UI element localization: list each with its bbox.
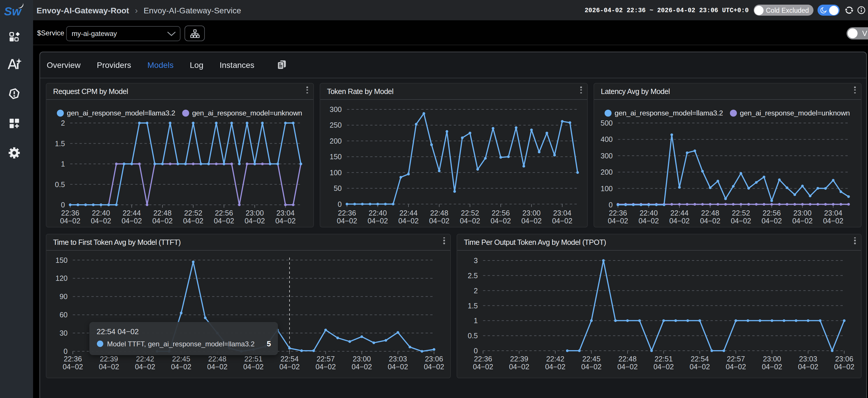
svg-text:23:00: 23:00: [352, 355, 371, 363]
svg-text:22:36: 22:36: [474, 355, 492, 363]
svg-text:50: 50: [333, 184, 341, 192]
svg-text:04−02: 04−02: [183, 217, 203, 225]
svg-text:04−02: 04−02: [134, 362, 155, 370]
svg-text:04−02: 04−02: [60, 217, 80, 225]
svg-text:22:36: 22:36: [338, 209, 356, 217]
svg-text:04−02: 04−02: [490, 217, 510, 225]
svg-text:22:48: 22:48: [208, 355, 226, 363]
svg-text:500: 500: [600, 119, 612, 127]
svg-text:200: 200: [600, 168, 612, 176]
svg-text:04−02: 04−02: [545, 362, 565, 370]
svg-text:23:06: 23:06: [835, 355, 853, 363]
svg-text:22:44: 22:44: [670, 209, 688, 217]
svg-text:04−02: 04−02: [315, 362, 335, 370]
svg-text:04−02: 04−02: [725, 362, 746, 370]
svg-text:04−02: 04−02: [214, 217, 234, 225]
svg-text:04−02: 04−02: [761, 217, 781, 225]
svg-text:04−02: 04−02: [762, 362, 782, 370]
svg-text:22:56: 22:56: [215, 209, 233, 217]
svg-text:100: 100: [329, 169, 341, 177]
svg-text:300: 300: [600, 152, 612, 160]
svg-text:04−02: 04−02: [521, 217, 541, 225]
svg-text:22:48: 22:48: [701, 209, 719, 217]
svg-text:04−02: 04−02: [62, 362, 83, 370]
svg-text:04−02: 04−02: [617, 362, 638, 370]
svg-text:04−02: 04−02: [98, 362, 119, 370]
svg-text:04−02: 04−02: [581, 362, 601, 370]
svg-text:22:45: 22:45: [172, 355, 190, 363]
svg-text:04−02: 04−02: [367, 217, 388, 225]
svg-text:22:45: 22:45: [582, 355, 600, 363]
svg-text:200: 200: [329, 137, 341, 145]
svg-text:3: 3: [473, 256, 477, 264]
svg-text:150: 150: [55, 256, 67, 264]
svg-text:04−02: 04−02: [798, 362, 818, 370]
svg-text:22:51: 22:51: [244, 355, 262, 363]
svg-text:04−02: 04−02: [700, 217, 720, 225]
svg-text:22:40: 22:40: [92, 209, 110, 217]
svg-text:22:54: 22:54: [690, 355, 709, 363]
svg-text:22:52: 22:52: [461, 209, 479, 217]
svg-text:1.5: 1.5: [55, 140, 65, 148]
svg-text:22:54: 22:54: [280, 355, 299, 363]
svg-text:04−02: 04−02: [653, 362, 673, 370]
svg-text:04−02: 04−02: [243, 362, 263, 370]
svg-text:22:40: 22:40: [640, 209, 658, 217]
svg-text:22:36: 22:36: [64, 355, 82, 363]
svg-text:22:44: 22:44: [399, 209, 417, 217]
svg-text:23:04: 23:04: [824, 209, 842, 217]
svg-text:04−02: 04−02: [508, 362, 529, 370]
svg-text:22:36: 22:36: [61, 209, 79, 217]
svg-text:04−02: 04−02: [424, 362, 444, 370]
svg-text:04−02: 04−02: [279, 362, 300, 370]
svg-text:04−02: 04−02: [460, 217, 480, 225]
svg-text:22:48: 22:48: [430, 209, 448, 217]
svg-text:22:42: 22:42: [136, 355, 154, 363]
svg-text:0: 0: [337, 200, 341, 208]
svg-text:04−02: 04−02: [473, 362, 493, 370]
svg-text:22:48: 22:48: [618, 355, 637, 363]
svg-text:22:57: 22:57: [726, 355, 745, 363]
svg-text:04−02: 04−02: [170, 362, 191, 370]
svg-text:0: 0: [63, 347, 67, 355]
svg-text:04−02: 04−02: [351, 362, 372, 370]
svg-text:22:44: 22:44: [122, 209, 141, 217]
svg-text:30: 30: [59, 329, 67, 337]
svg-text:2.5: 2.5: [467, 271, 477, 279]
svg-text:2: 2: [61, 119, 65, 127]
svg-text:04−02: 04−02: [638, 217, 658, 225]
svg-text:150: 150: [329, 153, 341, 161]
svg-text:04−02: 04−02: [207, 362, 227, 370]
svg-text:22:56: 22:56: [491, 209, 510, 217]
svg-text:23:00: 23:00: [763, 355, 781, 363]
svg-text:100: 100: [600, 184, 612, 193]
svg-text:22:51: 22:51: [654, 355, 673, 363]
svg-text:04−02: 04−02: [91, 217, 111, 225]
svg-text:04−02: 04−02: [689, 362, 710, 370]
svg-text:23:04: 23:04: [553, 209, 571, 217]
svg-text:22:42: 22:42: [546, 355, 564, 363]
svg-text:Sw: Sw: [4, 5, 22, 18]
svg-text:1: 1: [61, 160, 65, 168]
svg-text:22:48: 22:48: [153, 209, 172, 217]
svg-text:22:56: 22:56: [763, 209, 781, 217]
svg-text:04−02: 04−02: [398, 217, 418, 225]
svg-text:04−02: 04−02: [387, 362, 408, 370]
svg-text:300: 300: [329, 105, 341, 114]
svg-text:120: 120: [55, 274, 67, 282]
svg-text:60: 60: [59, 310, 67, 318]
svg-text:04−02: 04−02: [669, 217, 689, 225]
svg-text:0: 0: [61, 201, 65, 209]
svg-text:04−02: 04−02: [608, 217, 628, 225]
svg-text:04−02: 04−02: [244, 217, 265, 225]
svg-text:90: 90: [59, 292, 67, 300]
svg-text:04−02: 04−02: [792, 217, 812, 225]
svg-text:04−02: 04−02: [429, 217, 449, 225]
svg-text:2: 2: [473, 286, 477, 295]
svg-text:22:39: 22:39: [99, 355, 118, 363]
svg-text:0.5: 0.5: [55, 180, 65, 189]
svg-text:23:00: 23:00: [245, 209, 264, 217]
svg-text:22:52: 22:52: [732, 209, 750, 217]
svg-text:04−02: 04−02: [552, 217, 572, 225]
svg-text:23:06: 23:06: [425, 355, 443, 363]
